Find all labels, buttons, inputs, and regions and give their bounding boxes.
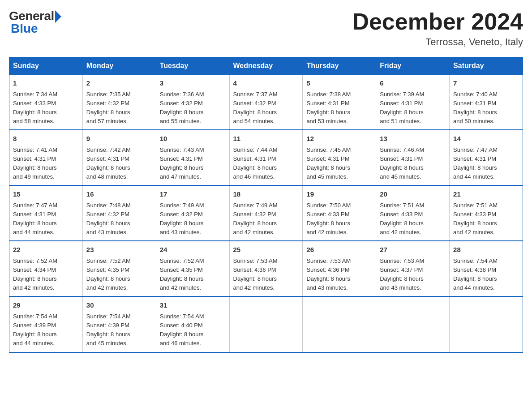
day-number: 3	[160, 78, 226, 89]
calendar-day-cell: 13Sunrise: 7:46 AMSunset: 4:31 PMDayligh…	[376, 130, 450, 185]
calendar-day-cell: 2Sunrise: 7:35 AMSunset: 4:32 PMDaylight…	[82, 75, 156, 130]
day-number: 6	[380, 78, 446, 89]
day-info: Sunrise: 7:54 AMSunset: 4:39 PMDaylight:…	[13, 312, 79, 348]
day-number: 16	[86, 189, 152, 200]
calendar-day-cell	[376, 296, 450, 352]
day-info: Sunrise: 7:51 AMSunset: 4:33 PMDaylight:…	[453, 201, 519, 237]
day-number: 23	[86, 245, 152, 255]
day-info: Sunrise: 7:50 AMSunset: 4:33 PMDaylight:…	[306, 201, 372, 237]
day-info: Sunrise: 7:49 AMSunset: 4:32 PMDaylight:…	[233, 201, 299, 237]
calendar-day-cell: 24Sunrise: 7:52 AMSunset: 4:35 PMDayligh…	[156, 241, 229, 296]
day-number: 10	[160, 134, 226, 144]
day-number: 19	[306, 189, 372, 200]
day-number: 26	[306, 245, 372, 255]
calendar-day-cell: 19Sunrise: 7:50 AMSunset: 4:33 PMDayligh…	[303, 185, 376, 241]
calendar-day-cell: 15Sunrise: 7:47 AMSunset: 4:31 PMDayligh…	[9, 185, 83, 241]
logo: General Blue	[9, 9, 61, 36]
day-info: Sunrise: 7:44 AMSunset: 4:31 PMDaylight:…	[233, 146, 299, 182]
day-number: 13	[380, 134, 446, 144]
day-number: 30	[86, 300, 152, 311]
day-info: Sunrise: 7:52 AMSunset: 4:34 PMDaylight:…	[13, 257, 79, 293]
day-info: Sunrise: 7:45 AMSunset: 4:31 PMDaylight:…	[306, 146, 372, 182]
day-info: Sunrise: 7:41 AMSunset: 4:31 PMDaylight:…	[13, 146, 79, 182]
day-number: 11	[233, 134, 299, 144]
calendar-week-row: 29Sunrise: 7:54 AMSunset: 4:39 PMDayligh…	[9, 296, 523, 352]
day-info: Sunrise: 7:37 AMSunset: 4:32 PMDaylight:…	[233, 90, 299, 126]
day-number: 22	[13, 245, 79, 255]
calendar-week-row: 1Sunrise: 7:34 AMSunset: 4:33 PMDaylight…	[9, 75, 523, 130]
day-number: 12	[306, 134, 372, 144]
day-info: Sunrise: 7:54 AMSunset: 4:39 PMDaylight:…	[86, 312, 152, 348]
weekday-header-friday: Friday	[376, 57, 450, 75]
day-info: Sunrise: 7:42 AMSunset: 4:31 PMDaylight:…	[86, 146, 152, 182]
calendar-day-cell: 26Sunrise: 7:53 AMSunset: 4:36 PMDayligh…	[303, 241, 376, 296]
calendar-day-cell: 17Sunrise: 7:49 AMSunset: 4:32 PMDayligh…	[156, 185, 229, 241]
calendar-day-cell: 10Sunrise: 7:43 AMSunset: 4:31 PMDayligh…	[156, 130, 229, 185]
calendar-day-cell: 14Sunrise: 7:47 AMSunset: 4:31 PMDayligh…	[450, 130, 523, 185]
day-number: 31	[160, 300, 226, 311]
calendar-day-cell: 21Sunrise: 7:51 AMSunset: 4:33 PMDayligh…	[450, 185, 523, 241]
calendar-week-row: 15Sunrise: 7:47 AMSunset: 4:31 PMDayligh…	[9, 185, 523, 241]
day-number: 29	[13, 300, 79, 311]
calendar-day-cell: 23Sunrise: 7:52 AMSunset: 4:35 PMDayligh…	[82, 241, 156, 296]
calendar-day-cell: 8Sunrise: 7:41 AMSunset: 4:31 PMDaylight…	[9, 130, 83, 185]
day-number: 20	[380, 189, 446, 200]
calendar-week-row: 8Sunrise: 7:41 AMSunset: 4:31 PMDaylight…	[9, 130, 523, 185]
calendar-day-cell: 20Sunrise: 7:51 AMSunset: 4:33 PMDayligh…	[376, 185, 450, 241]
calendar-day-cell: 27Sunrise: 7:53 AMSunset: 4:37 PMDayligh…	[376, 241, 450, 296]
calendar-day-cell: 22Sunrise: 7:52 AMSunset: 4:34 PMDayligh…	[9, 241, 83, 296]
weekday-header-thursday: Thursday	[303, 57, 376, 75]
day-info: Sunrise: 7:52 AMSunset: 4:35 PMDaylight:…	[86, 257, 152, 293]
day-number: 8	[13, 134, 79, 144]
weekday-header-wednesday: Wednesday	[229, 57, 303, 75]
day-number: 18	[233, 189, 299, 200]
day-number: 14	[453, 134, 519, 144]
calendar-day-cell: 4Sunrise: 7:37 AMSunset: 4:32 PMDaylight…	[229, 75, 303, 130]
day-number: 24	[160, 245, 226, 255]
calendar-day-cell	[450, 296, 523, 352]
day-number: 5	[306, 78, 372, 89]
calendar-day-cell: 25Sunrise: 7:53 AMSunset: 4:36 PMDayligh…	[229, 241, 303, 296]
day-number: 15	[13, 189, 79, 200]
calendar-day-cell: 28Sunrise: 7:54 AMSunset: 4:38 PMDayligh…	[450, 241, 523, 296]
calendar-day-cell: 31Sunrise: 7:54 AMSunset: 4:40 PMDayligh…	[156, 296, 229, 352]
calendar-day-cell: 7Sunrise: 7:40 AMSunset: 4:31 PMDaylight…	[450, 75, 523, 130]
calendar-day-cell: 30Sunrise: 7:54 AMSunset: 4:39 PMDayligh…	[82, 296, 156, 352]
weekday-header-saturday: Saturday	[450, 57, 523, 75]
day-number: 7	[453, 78, 519, 89]
day-number: 9	[86, 134, 152, 144]
calendar-week-row: 22Sunrise: 7:52 AMSunset: 4:34 PMDayligh…	[9, 241, 523, 296]
day-info: Sunrise: 7:54 AMSunset: 4:38 PMDaylight:…	[453, 257, 519, 293]
calendar-day-cell: 18Sunrise: 7:49 AMSunset: 4:32 PMDayligh…	[229, 185, 303, 241]
calendar-day-cell: 1Sunrise: 7:34 AMSunset: 4:33 PMDaylight…	[9, 75, 83, 130]
day-number: 25	[233, 245, 299, 255]
day-info: Sunrise: 7:53 AMSunset: 4:36 PMDaylight:…	[306, 257, 372, 293]
calendar-day-cell	[229, 296, 303, 352]
day-info: Sunrise: 7:46 AMSunset: 4:31 PMDaylight:…	[380, 146, 446, 182]
day-info: Sunrise: 7:51 AMSunset: 4:33 PMDaylight:…	[380, 201, 446, 237]
day-number: 28	[453, 245, 519, 255]
calendar-day-cell	[303, 296, 376, 352]
day-number: 1	[13, 78, 79, 89]
day-info: Sunrise: 7:54 AMSunset: 4:40 PMDaylight:…	[160, 312, 226, 348]
logo-triangle-icon	[55, 10, 61, 23]
day-info: Sunrise: 7:48 AMSunset: 4:32 PMDaylight:…	[86, 201, 152, 237]
day-info: Sunrise: 7:47 AMSunset: 4:31 PMDaylight:…	[13, 201, 79, 237]
day-info: Sunrise: 7:43 AMSunset: 4:31 PMDaylight:…	[160, 146, 226, 182]
day-info: Sunrise: 7:53 AMSunset: 4:37 PMDaylight:…	[380, 257, 446, 293]
calendar-day-cell: 3Sunrise: 7:36 AMSunset: 4:32 PMDaylight…	[156, 75, 229, 130]
calendar-day-cell: 5Sunrise: 7:38 AMSunset: 4:31 PMDaylight…	[303, 75, 376, 130]
day-number: 21	[453, 189, 519, 200]
day-info: Sunrise: 7:38 AMSunset: 4:31 PMDaylight:…	[306, 90, 372, 126]
day-info: Sunrise: 7:35 AMSunset: 4:32 PMDaylight:…	[86, 90, 152, 126]
weekday-header-monday: Monday	[82, 57, 156, 75]
location-title: Terrossa, Veneto, Italy	[352, 36, 523, 48]
calendar-day-cell: 16Sunrise: 7:48 AMSunset: 4:32 PMDayligh…	[82, 185, 156, 241]
day-number: 17	[160, 189, 226, 200]
calendar-table: SundayMondayTuesdayWednesdayThursdayFrid…	[9, 57, 523, 352]
day-info: Sunrise: 7:47 AMSunset: 4:31 PMDaylight:…	[453, 146, 519, 182]
day-number: 27	[380, 245, 446, 255]
day-number: 4	[233, 78, 299, 89]
calendar-day-cell: 6Sunrise: 7:39 AMSunset: 4:31 PMDaylight…	[376, 75, 450, 130]
day-number: 2	[86, 78, 152, 89]
